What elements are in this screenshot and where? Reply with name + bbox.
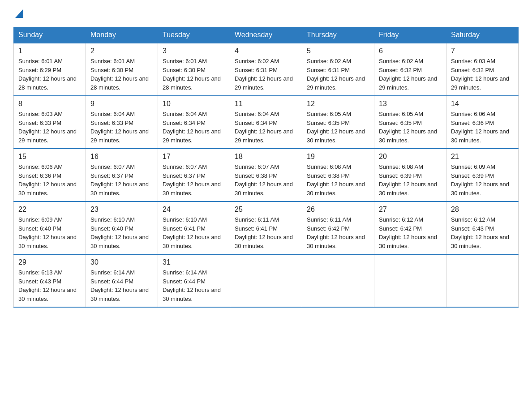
day-info: Sunrise: 6:02 AMSunset: 6:31 PMDaylight:… — [307, 58, 365, 91]
day-info: Sunrise: 6:01 AMSunset: 6:29 PMDaylight:… — [18, 58, 77, 91]
day-info: Sunrise: 6:12 AMSunset: 6:42 PMDaylight:… — [379, 216, 437, 249]
page-header — [13, 9, 519, 18]
day-number: 21 — [451, 153, 514, 161]
day-info: Sunrise: 6:07 AMSunset: 6:37 PMDaylight:… — [90, 163, 149, 197]
day-info: Sunrise: 6:11 AMSunset: 6:41 PMDaylight:… — [235, 216, 293, 249]
day-info: Sunrise: 6:10 AMSunset: 6:41 PMDaylight:… — [163, 216, 221, 249]
day-info: Sunrise: 6:05 AMSunset: 6:35 PMDaylight:… — [379, 111, 437, 144]
day-number: 1 — [18, 47, 81, 55]
calendar-cell: 14 Sunrise: 6:06 AMSunset: 6:36 PMDaylig… — [446, 96, 519, 149]
calendar-cell: 31 Sunrise: 6:14 AMSunset: 6:44 PMDaylig… — [158, 254, 230, 307]
calendar-cell: 25 Sunrise: 6:11 AMSunset: 6:41 PMDaylig… — [230, 201, 302, 254]
calendar-week-row: 8 Sunrise: 6:03 AMSunset: 6:33 PMDayligh… — [14, 96, 519, 149]
calendar-cell: 27 Sunrise: 6:12 AMSunset: 6:42 PMDaylig… — [374, 201, 446, 254]
calendar-cell: 12 Sunrise: 6:05 AMSunset: 6:35 PMDaylig… — [302, 96, 374, 149]
calendar-cell: 17 Sunrise: 6:07 AMSunset: 6:37 PMDaylig… — [158, 149, 230, 201]
day-info: Sunrise: 6:10 AMSunset: 6:40 PMDaylight:… — [90, 216, 149, 249]
day-number: 2 — [90, 47, 153, 55]
calendar-cell: 23 Sunrise: 6:10 AMSunset: 6:40 PMDaylig… — [86, 201, 158, 254]
day-number: 26 — [307, 206, 369, 214]
calendar-cell: 8 Sunrise: 6:03 AMSunset: 6:33 PMDayligh… — [14, 96, 86, 149]
day-number: 16 — [90, 153, 153, 161]
day-number: 13 — [379, 100, 442, 108]
day-info: Sunrise: 6:08 AMSunset: 6:39 PMDaylight:… — [379, 163, 437, 197]
day-number: 11 — [235, 100, 297, 108]
day-info: Sunrise: 6:07 AMSunset: 6:37 PMDaylight:… — [163, 163, 221, 197]
day-info: Sunrise: 6:03 AMSunset: 6:32 PMDaylight:… — [451, 58, 509, 91]
calendar-cell: 18 Sunrise: 6:07 AMSunset: 6:38 PMDaylig… — [230, 149, 302, 201]
day-info: Sunrise: 6:05 AMSunset: 6:35 PMDaylight:… — [307, 111, 365, 144]
calendar-week-row: 15 Sunrise: 6:06 AMSunset: 6:36 PMDaylig… — [14, 149, 519, 201]
weekday-header-tuesday: Tuesday — [158, 27, 230, 43]
calendar-cell: 28 Sunrise: 6:12 AMSunset: 6:43 PMDaylig… — [446, 201, 519, 254]
day-number: 22 — [18, 206, 81, 214]
calendar-cell: 20 Sunrise: 6:08 AMSunset: 6:39 PMDaylig… — [374, 149, 446, 201]
day-info: Sunrise: 6:04 AMSunset: 6:34 PMDaylight:… — [163, 111, 221, 144]
day-number: 25 — [235, 206, 297, 214]
day-number: 6 — [379, 47, 442, 55]
day-number: 10 — [163, 100, 225, 108]
day-info: Sunrise: 6:02 AMSunset: 6:32 PMDaylight:… — [379, 58, 437, 91]
day-number: 30 — [90, 258, 153, 266]
day-number: 14 — [451, 100, 514, 108]
day-info: Sunrise: 6:13 AMSunset: 6:43 PMDaylight:… — [18, 269, 77, 302]
weekday-header-monday: Monday — [86, 27, 158, 43]
day-info: Sunrise: 6:11 AMSunset: 6:42 PMDaylight:… — [307, 216, 365, 249]
weekday-header-friday: Friday — [374, 27, 446, 43]
day-info: Sunrise: 6:14 AMSunset: 6:44 PMDaylight:… — [163, 269, 221, 302]
day-number: 4 — [235, 47, 297, 55]
day-number: 9 — [90, 100, 153, 108]
day-info: Sunrise: 6:14 AMSunset: 6:44 PMDaylight:… — [90, 269, 149, 302]
day-number: 8 — [18, 100, 81, 108]
day-number: 29 — [18, 258, 81, 266]
weekday-header-row: SundayMondayTuesdayWednesdayThursdayFrid… — [14, 27, 519, 43]
calendar-cell: 2 Sunrise: 6:01 AMSunset: 6:30 PMDayligh… — [86, 43, 158, 96]
day-number: 27 — [379, 206, 442, 214]
day-number: 20 — [379, 153, 442, 161]
svg-marker-0 — [15, 9, 23, 18]
day-info: Sunrise: 6:03 AMSunset: 6:33 PMDaylight:… — [18, 111, 77, 144]
day-info: Sunrise: 6:04 AMSunset: 6:34 PMDaylight:… — [235, 111, 293, 144]
calendar-cell: 3 Sunrise: 6:01 AMSunset: 6:30 PMDayligh… — [158, 43, 230, 96]
weekday-header-sunday: Sunday — [14, 27, 86, 43]
day-number: 3 — [163, 47, 225, 55]
day-number: 15 — [18, 153, 81, 161]
calendar-cell: 4 Sunrise: 6:02 AMSunset: 6:31 PMDayligh… — [230, 43, 302, 96]
calendar-cell: 10 Sunrise: 6:04 AMSunset: 6:34 PMDaylig… — [158, 96, 230, 149]
calendar-cell — [446, 254, 519, 307]
day-number: 24 — [163, 206, 225, 214]
calendar-cell: 21 Sunrise: 6:09 AMSunset: 6:39 PMDaylig… — [446, 149, 519, 201]
day-info: Sunrise: 6:09 AMSunset: 6:39 PMDaylight:… — [451, 163, 509, 197]
calendar-cell: 13 Sunrise: 6:05 AMSunset: 6:35 PMDaylig… — [374, 96, 446, 149]
day-info: Sunrise: 6:02 AMSunset: 6:31 PMDaylight:… — [235, 58, 293, 91]
day-number: 31 — [163, 258, 225, 266]
weekday-header-saturday: Saturday — [446, 27, 519, 43]
calendar-table: SundayMondayTuesdayWednesdayThursdayFrid… — [13, 27, 519, 308]
calendar-cell: 5 Sunrise: 6:02 AMSunset: 6:31 PMDayligh… — [302, 43, 374, 96]
day-number: 28 — [451, 206, 514, 214]
day-number: 5 — [307, 47, 369, 55]
calendar-week-row: 22 Sunrise: 6:09 AMSunset: 6:40 PMDaylig… — [14, 201, 519, 254]
calendar-cell: 11 Sunrise: 6:04 AMSunset: 6:34 PMDaylig… — [230, 96, 302, 149]
logo — [13, 9, 23, 18]
calendar-week-row: 1 Sunrise: 6:01 AMSunset: 6:29 PMDayligh… — [14, 43, 519, 96]
calendar-cell: 22 Sunrise: 6:09 AMSunset: 6:40 PMDaylig… — [14, 201, 86, 254]
calendar-week-row: 29 Sunrise: 6:13 AMSunset: 6:43 PMDaylig… — [14, 254, 519, 307]
logo-triangle-icon — [15, 9, 23, 18]
calendar-cell: 24 Sunrise: 6:10 AMSunset: 6:41 PMDaylig… — [158, 201, 230, 254]
day-number: 23 — [90, 206, 153, 214]
calendar-cell: 26 Sunrise: 6:11 AMSunset: 6:42 PMDaylig… — [302, 201, 374, 254]
day-info: Sunrise: 6:09 AMSunset: 6:40 PMDaylight:… — [18, 216, 77, 249]
calendar-cell: 15 Sunrise: 6:06 AMSunset: 6:36 PMDaylig… — [14, 149, 86, 201]
calendar-cell — [230, 254, 302, 307]
calendar-cell: 7 Sunrise: 6:03 AMSunset: 6:32 PMDayligh… — [446, 43, 519, 96]
day-info: Sunrise: 6:01 AMSunset: 6:30 PMDaylight:… — [90, 58, 149, 91]
day-info: Sunrise: 6:12 AMSunset: 6:43 PMDaylight:… — [451, 216, 509, 249]
day-info: Sunrise: 6:06 AMSunset: 6:36 PMDaylight:… — [451, 111, 509, 144]
calendar-cell — [374, 254, 446, 307]
calendar-cell: 6 Sunrise: 6:02 AMSunset: 6:32 PMDayligh… — [374, 43, 446, 96]
day-number: 12 — [307, 100, 369, 108]
calendar-cell: 9 Sunrise: 6:04 AMSunset: 6:33 PMDayligh… — [86, 96, 158, 149]
day-info: Sunrise: 6:08 AMSunset: 6:38 PMDaylight:… — [307, 163, 365, 197]
calendar-cell — [302, 254, 374, 307]
